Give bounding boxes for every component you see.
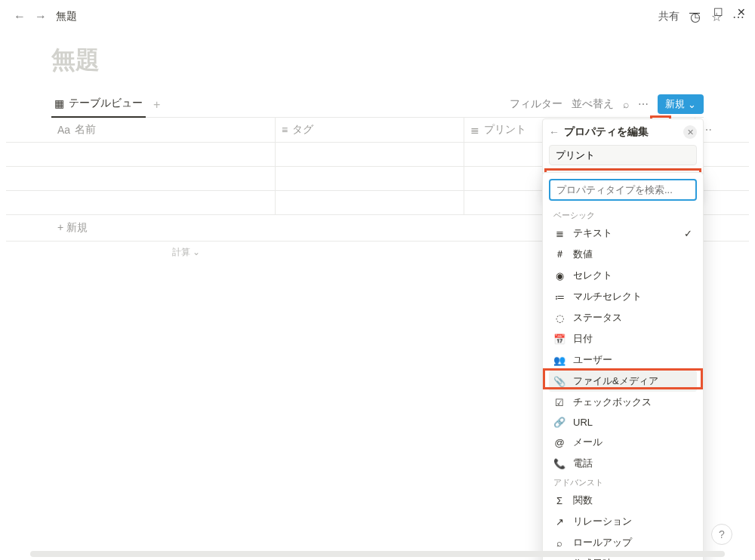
share-button[interactable]: 共有: [658, 10, 680, 23]
section-basic: ベーシック: [549, 207, 697, 223]
breadcrumb[interactable]: 無題: [56, 10, 77, 23]
panel-close-button[interactable]: ✕: [683, 125, 697, 139]
page-title[interactable]: 無題: [51, 44, 704, 77]
back-button[interactable]: ←: [11, 8, 29, 25]
add-view-button[interactable]: +: [153, 98, 160, 112]
type-option-icon: ↗: [553, 516, 565, 528]
type-option-icon: ≣: [553, 228, 565, 239]
sort-button[interactable]: 並べ替え: [572, 97, 614, 111]
table-icon: ▦: [54, 97, 64, 109]
type-option-label: ステータス: [573, 311, 622, 325]
panel-back-button[interactable]: ←: [549, 126, 559, 138]
check-icon: ✓: [684, 228, 692, 239]
type-option-icon: ＃: [553, 248, 565, 261]
property-type-dropdown: ベーシック ≣テキスト✓＃数値◉セレクト≔マルチセレクト◌ステータス📅日付👥ユー…: [542, 172, 704, 560]
type-option-label: 関数: [573, 494, 593, 507]
type-option-label: 作成日時: [573, 557, 612, 560]
help-button[interactable]: ?: [711, 524, 732, 545]
type-option[interactable]: ◌ステータス: [549, 307, 697, 328]
chevron-down-icon: ⌄: [688, 99, 696, 110]
section-advanced: アドバンスト: [549, 474, 697, 490]
type-option[interactable]: @メール: [549, 432, 697, 453]
type-option-icon: 🔗: [553, 417, 565, 428]
list-icon: ≡: [282, 124, 288, 136]
type-option-icon: ⌕: [553, 537, 565, 549]
property-name-input[interactable]: [549, 145, 697, 165]
type-option-label: 数値: [573, 248, 593, 261]
type-option[interactable]: 📎ファイル&メディア: [549, 371, 697, 392]
type-option[interactable]: Σ関数: [549, 490, 697, 511]
type-option-label: マルチセレクト: [573, 290, 642, 303]
type-option-icon: 📅: [553, 334, 565, 345]
minimize-button[interactable]: —: [689, 6, 700, 18]
type-option-icon: 📞: [553, 458, 565, 469]
type-option[interactable]: ≣テキスト✓: [549, 223, 697, 244]
type-option[interactable]: ◉セレクト: [549, 265, 697, 286]
forward-button[interactable]: →: [32, 8, 50, 25]
type-option-icon: ☑: [553, 397, 565, 408]
type-option-icon: 📎: [553, 376, 565, 387]
type-option-label: ユーザー: [573, 353, 612, 367]
type-option[interactable]: ⌕ロールアップ: [549, 532, 697, 553]
type-option[interactable]: 🔗URL: [549, 413, 697, 432]
type-option-label: チェックボックス: [573, 395, 652, 409]
type-option-icon: ≔: [553, 291, 565, 303]
type-option-label: 日付: [573, 332, 593, 346]
calc-label[interactable]: 計算 ⌄: [172, 246, 200, 259]
maximize-button[interactable]: ☐: [713, 6, 723, 18]
topbar: ← → 無題 共有 ◷ ☆ ⋯: [0, 0, 755, 33]
column-header-name[interactable]: Aa名前: [6, 118, 276, 142]
horizontal-scrollbar[interactable]: [30, 551, 725, 557]
text-icon: Aa: [57, 124, 70, 136]
type-option[interactable]: ≔マルチセレクト: [549, 286, 697, 307]
type-option[interactable]: 📞電話: [549, 453, 697, 474]
panel-title: プロパティを編集: [564, 125, 679, 139]
type-option-label: テキスト: [573, 226, 612, 240]
type-option-icon: @: [553, 437, 565, 448]
type-option[interactable]: 👥ユーザー: [549, 349, 697, 371]
type-option-icon: 👥: [553, 355, 565, 366]
type-option-label: セレクト: [573, 269, 612, 282]
column-header-tag[interactable]: ≡タグ: [276, 118, 464, 142]
text-icon: ≣: [470, 124, 479, 136]
filter-button[interactable]: フィルター: [510, 97, 562, 111]
type-option-label: ファイル&メディア: [573, 374, 658, 388]
type-option-label: URL: [573, 417, 593, 428]
search-icon[interactable]: ⌕: [623, 98, 629, 110]
view-tab-label: テーブルビュー: [69, 97, 143, 110]
close-window-button[interactable]: ✕: [737, 6, 746, 18]
type-option[interactable]: ↗リレーション: [549, 511, 697, 532]
view-tab-table[interactable]: ▦ テーブルビュー: [51, 92, 146, 118]
type-option[interactable]: ☑チェックボックス: [549, 392, 697, 413]
type-option[interactable]: ＃数値: [549, 244, 697, 265]
table-toolbar: フィルター 並べ替え ⌕ ⋯ 新規 ⌄: [510, 94, 704, 114]
type-option-label: リレーション: [573, 515, 632, 528]
type-option-label: 電話: [573, 457, 593, 470]
type-search-input[interactable]: [549, 179, 697, 201]
type-option-icon: Σ: [553, 495, 565, 506]
new-button[interactable]: 新規 ⌄: [658, 94, 704, 114]
type-option-icon: ◌: [553, 312, 565, 324]
type-option[interactable]: 📅日付: [549, 328, 697, 349]
type-option-label: メール: [573, 435, 602, 449]
toolbar-more-icon[interactable]: ⋯: [638, 98, 649, 110]
type-option-icon: ◉: [553, 270, 565, 282]
window-controls: — ☐ ✕: [689, 6, 746, 18]
type-option-label: ロールアップ: [573, 536, 632, 549]
